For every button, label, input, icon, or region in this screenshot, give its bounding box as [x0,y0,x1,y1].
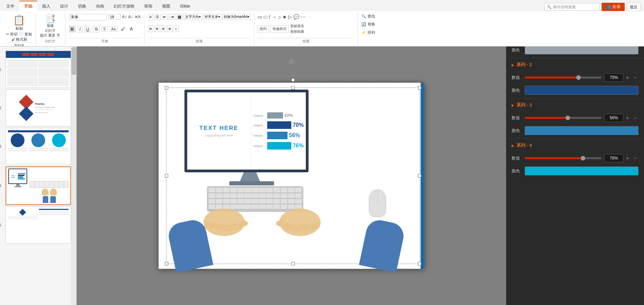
tab-design[interactable]: 设计 [55,1,73,11]
paste-icon: 📋 [13,14,25,26]
justify-btn[interactable]: ≡ [167,26,173,32]
slide-thumb-2[interactable]: 2 Thanks. Add Your Slogan Here www.websi… [6,89,71,126]
replace-button[interactable]: 🔄 替换 [361,22,375,27]
series-4-color-swatch[interactable] [525,166,638,175]
handle-tl[interactable] [165,86,168,90]
align-left-btn[interactable]: ≡ [148,26,153,32]
handle-ml[interactable] [165,174,168,177]
indent-dec-btn[interactable]: ⇤ [162,14,168,20]
shape-outline-button[interactable]: 形状轮廓 [290,29,304,34]
col-layout-btn[interactable]: ▦ [176,14,183,20]
slide-thumb-3[interactable]: 3 [6,128,71,165]
arrange-button[interactable]: 排列 [257,26,269,32]
series-4-slider-thumb[interactable] [581,156,585,161]
shape-rect[interactable]: ▭ [257,14,262,20]
shape-more2[interactable]: ⋯ [300,14,306,20]
convert-smartart-btn[interactable]: 转换为SmartArt▾ [222,14,251,20]
series-3-header[interactable]: ▶ 系列 - 3 [506,99,644,112]
tab-review[interactable]: 审阅 [139,1,157,11]
tab-insert[interactable]: 插入 [37,1,55,11]
shape-line[interactable]: / [269,14,271,20]
shadow-button[interactable]: S [102,27,108,32]
slide-panel-scrollbar[interactable] [71,47,77,305]
font-size-increase-btn[interactable]: A↑ [122,14,127,19]
highlight-button[interactable]: 🖊 [120,26,127,32]
shape-more[interactable]: ⌂ [278,14,281,20]
section-button[interactable]: 节· [57,33,61,38]
series-3-color-swatch[interactable] [525,126,638,135]
sort-button[interactable]: ⚡ 排列 [361,30,375,35]
format-copy-button[interactable]: 🖌 格式刷 [11,37,27,42]
new-slide-button[interactable]: 📑 新建幻灯片 [45,14,56,33]
quick-styles-button[interactable]: 快速样式 [270,26,289,32]
copy-button[interactable]: 📄 复制 [19,32,32,37]
font-size-decrease-btn[interactable]: A↓ [128,14,133,19]
tab-islide[interactable]: iSlide [175,1,195,11]
layout-button[interactable]: 版式 [40,33,47,38]
series-2-slider-thumb[interactable] [576,75,581,80]
series-2-color-swatch[interactable] [525,86,638,95]
series-4-slider[interactable] [525,157,602,159]
series-3-minus-btn[interactable]: − [632,114,638,121]
number-button[interactable]: ① [154,14,161,20]
reset-button[interactable]: 重置 [48,33,55,38]
series-2-slider[interactable] [525,77,602,79]
tab-start[interactable]: 开始 [19,1,37,11]
align-text-btn[interactable]: 对齐文本▾ [203,14,221,20]
shape-star[interactable]: ★ [282,14,287,20]
handle-tc[interactable] [291,86,295,90]
align-right-btn[interactable]: ≡ [161,26,166,32]
series-3-plus-btn[interactable]: + [624,114,631,121]
tab-animations[interactable]: 动画 [91,1,109,11]
slide-num-3: 3 [0,144,1,149]
handle-bl[interactable] [165,262,168,265]
align-center-btn[interactable]: ≡ [154,26,160,32]
series-4-value-label: 数值 [512,155,522,161]
bullet-button[interactable]: ≡ [148,14,153,20]
text-dir-btn[interactable]: 文字方向▾ [184,14,202,20]
shape-process[interactable]: ▷ [288,14,292,20]
slide-thumb-4[interactable]: 4 TEXTHERE [6,166,71,205]
font-size-aa[interactable]: Aa [110,26,118,32]
slide-canvas[interactable]: TEXT HERE Supporting text here Category … [159,83,424,269]
series-4-header[interactable]: ▶ 系列 - 4 [506,139,644,152]
series-3-slider-thumb[interactable] [565,115,570,120]
series-1-color-swatch[interactable] [525,45,638,54]
cut-button[interactable]: ✂ 剪切 [6,32,18,37]
handle-bc[interactable] [291,262,295,265]
underline-button[interactable]: U [84,26,91,32]
bold-button[interactable]: B [69,26,76,32]
line-spacing-btn[interactable]: ↕ [173,26,179,32]
shape-oval[interactable]: ⬭ [263,14,268,20]
share-button[interactable]: 👥 共享 [602,3,625,11]
tab-file[interactable]: 文件 [1,1,19,11]
clear-format-btn[interactable]: ✕A [134,14,141,19]
scroll-thumb[interactable] [71,47,76,75]
series-3-slider[interactable] [525,117,602,119]
find-button[interactable]: 🔍 查找 [361,14,375,19]
shape-callout[interactable]: 💬 [293,14,300,20]
font-size-select[interactable]: 18 [108,14,121,20]
strikethrough-button[interactable]: S [93,26,100,32]
series-2-value-row: 数值 70% + − [506,71,644,84]
series-2-plus-btn[interactable]: + [624,74,631,81]
italic-button[interactable]: I [78,26,82,32]
slide-thumb-1[interactable]: 1 [6,51,71,88]
font-color-button[interactable]: A [129,26,134,32]
search-box[interactable]: 🔍 操作说明搜索 [544,3,600,11]
series-2-minus-btn[interactable]: − [632,74,638,81]
tab-slideshow[interactable]: 幻灯片放映 [109,1,139,11]
paste-button[interactable]: 📋 粘贴 [11,14,27,32]
series-4-minus-btn[interactable]: − [632,155,638,162]
shape-arrow[interactable]: → [271,14,277,20]
tab-transitions[interactable]: 切换 [73,1,91,11]
font-name-select[interactable]: 宋体 [69,14,107,20]
handle-rot[interactable] [291,78,295,82]
indent-inc-btn[interactable]: ⇥ [169,14,175,20]
comment-button[interactable]: 批注 [627,3,641,11]
slide-thumb-5[interactable]: 5 [6,206,71,244]
series-4-plus-btn[interactable]: + [624,155,631,162]
shape-fill-button[interactable]: 形状填充 [290,24,304,29]
tab-view[interactable]: 视图 [157,1,175,11]
series-2-header[interactable]: ▶ 系列 - 2 [506,58,644,71]
